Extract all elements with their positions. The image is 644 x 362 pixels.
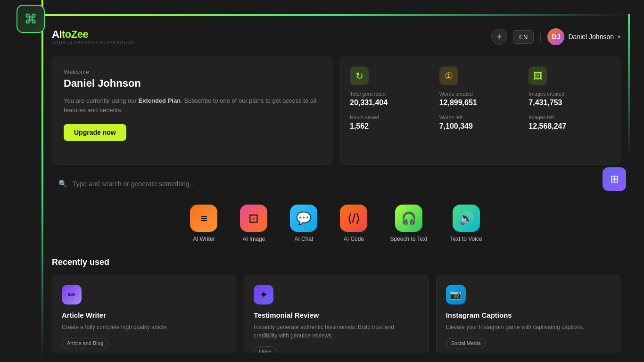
search-input[interactable] xyxy=(52,174,620,193)
metric-value-images_created: 7,431,753 xyxy=(528,99,611,107)
welcome-card: Welcome Daniel Johnson You are currently… xyxy=(52,57,332,165)
user-menu[interactable]: DJ Daniel Johnson ▾ xyxy=(547,28,620,45)
header-right: ☀ EN | DJ Daniel Johnson ▾ xyxy=(491,28,620,45)
recently-used-grid: ✏ Article Writer Create a fully complete… xyxy=(52,275,620,353)
logo-area: ⌘ xyxy=(17,5,50,38)
language-button[interactable]: EN xyxy=(513,30,534,44)
logo-icon: ⌘ xyxy=(24,11,37,27)
metric-label-images_created: Images created xyxy=(528,91,611,97)
metric-value-images_left: 12,568,247 xyxy=(528,122,611,131)
metric-total: ↻ Total generated 20,331,404 xyxy=(350,66,432,107)
welcome-description: You are currently using our Extended Pla… xyxy=(64,96,321,115)
recent-card-article-writer[interactable]: ✏ Article Writer Create a fully complete… xyxy=(52,275,236,353)
metric-label-hours: Hours saved xyxy=(350,115,432,120)
metric-label-words_created: Words created xyxy=(439,91,521,97)
floating-app-grid[interactable]: ⊞ xyxy=(603,167,626,191)
recent-title-testimonial-review: Testimonial Review xyxy=(254,311,418,319)
upgrade-now-button[interactable]: Upgrade now xyxy=(64,124,126,141)
recent-icon-instagram-captions: 📷 xyxy=(446,285,466,304)
metric-label-images_left: Images left xyxy=(528,115,611,120)
header: AItoZee Your AI Creative Playground ☀ EN… xyxy=(52,24,620,45)
main-content: AItoZee Your AI Creative Playground ☀ EN… xyxy=(52,24,620,353)
brand-tagline: Your AI Creative Playground xyxy=(52,41,134,45)
stats-grid: Welcome Daniel Johnson You are currently… xyxy=(52,57,620,165)
search-wrap: 🔍 xyxy=(52,174,620,193)
tool-icon-chat: 💬 xyxy=(290,205,317,232)
recent-tag-article-writer: Article and Blog xyxy=(62,338,108,348)
welcome-label: Welcome xyxy=(64,68,321,75)
metric-value-words_left: 7,100,349 xyxy=(439,122,521,131)
header-divider: | xyxy=(539,32,542,42)
recent-title-instagram-captions: Instagram Captions xyxy=(446,311,611,319)
tool-icon-image: ⊡ xyxy=(240,205,267,232)
tools-row: ≡ AI Writer ⊡ AI Image 💬 AI Chat ⟨/⟩ AI … xyxy=(52,205,620,242)
recently-used-title: Recently used xyxy=(52,257,620,267)
recent-card-instagram-captions[interactable]: 📷 Instagram Captions Elevate your Instag… xyxy=(436,275,620,353)
recent-title-article-writer: Article Writer xyxy=(62,311,226,319)
desc-prefix: You are currently using our xyxy=(64,97,139,104)
metric-words_created: ① Words created 12,899,651 xyxy=(439,66,521,107)
recent-icon-testimonial-review: ✦ xyxy=(254,285,273,304)
metrics-card: ↻ Total generated 20,331,404 ① Words cre… xyxy=(340,57,620,165)
tool-chat[interactable]: 💬 AI Chat xyxy=(290,205,317,242)
recent-tag-instagram-captions: Social Media xyxy=(446,338,486,348)
recent-card-testimonial-review[interactable]: ✦ Testimonial Review Instantly generate … xyxy=(244,275,428,353)
tool-label-chat: AI Chat xyxy=(294,236,313,242)
recent-desc-article-writer: Create a fully complete high quality art… xyxy=(62,323,226,331)
grid-icon: ⊞ xyxy=(610,173,619,185)
metric-value-hours: 1,562 xyxy=(350,122,432,131)
metric-hours: Hours saved 1,562 xyxy=(350,115,432,155)
tool-icon-writer: ≡ xyxy=(190,205,217,232)
metric-images_created: 🖼 Images created 7,431,753 xyxy=(528,66,611,107)
logo-box[interactable]: ⌘ xyxy=(17,5,45,33)
metric-images_left: Images left 12,568,247 xyxy=(528,115,611,155)
tool-label-image: AI Image xyxy=(242,236,265,242)
recent-desc-instagram-captions: Elevate your Instagram game with captiva… xyxy=(446,323,611,331)
metric-label-total: Total generated xyxy=(350,91,432,97)
recent-tag-testimonial-review: Other xyxy=(254,346,277,353)
metric-icon-total: ↻ xyxy=(350,66,369,85)
plan-name: Extended Plan xyxy=(139,97,181,104)
tool-label-speech: Speech to Text xyxy=(390,236,427,242)
chevron-down-icon: ▾ xyxy=(618,33,620,40)
recently-used-section: Recently used ✏ Article Writer Create a … xyxy=(52,257,620,353)
search-container: 🔍 xyxy=(52,174,620,193)
brand-ai: AI xyxy=(52,28,62,40)
welcome-name: Daniel Johnson xyxy=(64,77,321,90)
avatar: DJ xyxy=(547,28,564,45)
brand-name: AItoZee xyxy=(52,28,134,41)
tool-voice[interactable]: 🔊 Text to Voice xyxy=(450,205,482,242)
tool-icon-voice: 🔊 xyxy=(453,205,480,232)
recent-desc-testimonial-review: Instantly generate authentic testimonial… xyxy=(254,323,418,340)
tool-label-writer: AI Writer xyxy=(193,236,215,242)
recent-icon-article-writer: ✏ xyxy=(62,285,82,304)
tool-label-code: AI Code xyxy=(344,236,364,242)
right-accent-bar xyxy=(628,14,630,156)
tool-image[interactable]: ⊡ AI Image xyxy=(240,205,267,242)
left-accent-bar xyxy=(41,0,43,362)
tool-label-voice: Text to Voice xyxy=(450,236,482,242)
tool-icon-speech: 🎧 xyxy=(395,205,422,232)
tool-speech[interactable]: 🎧 Speech to Text xyxy=(390,205,427,242)
user-name-label: Daniel Johnson xyxy=(568,33,614,41)
tool-code[interactable]: ⟨/⟩ AI Code xyxy=(340,205,367,242)
brand-tozee: toZee xyxy=(62,28,88,40)
theme-toggle-button[interactable]: ☀ xyxy=(491,29,507,45)
metric-words_left: Words left 7,100,349 xyxy=(439,115,521,155)
top-accent-bar xyxy=(41,14,630,16)
metric-value-total: 20,331,404 xyxy=(350,99,432,107)
metric-icon-words_created: ① xyxy=(439,66,458,85)
tool-icon-code: ⟨/⟩ xyxy=(340,205,367,232)
tool-writer[interactable]: ≡ AI Writer xyxy=(190,205,217,242)
sun-icon: ☀ xyxy=(496,33,503,41)
metric-icon-images_created: 🖼 xyxy=(528,66,547,85)
metric-label-words_left: Words left xyxy=(439,115,521,120)
brand-logo: AItoZee Your AI Creative Playground xyxy=(52,28,134,45)
metric-value-words_created: 12,899,651 xyxy=(439,99,521,107)
